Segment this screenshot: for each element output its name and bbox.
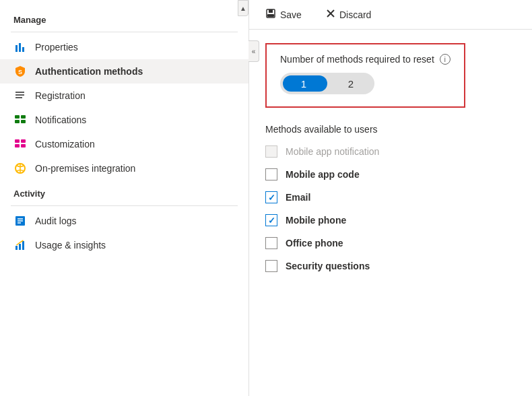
activity-section-header: Activity: [0, 180, 248, 203]
sidebar-item-properties[interactable]: Properties: [0, 35, 248, 59]
sidebar-item-auth-methods[interactable]: S Authentication methods: [0, 59, 248, 84]
method-item-security-questions: Security questions: [265, 260, 516, 272]
sidebar: « ▲ Manage Properties S Authentication m…: [0, 0, 249, 396]
integration-icon: [13, 162, 27, 175]
toggle-option-2[interactable]: 2: [327, 78, 374, 90]
sidebar-item-label: Notifications: [35, 114, 86, 125]
reset-title: Number of methods required to reset i: [280, 54, 451, 65]
svg-rect-9: [15, 97, 17, 98]
method-item-mobile-app-notification: Mobile app notification: [265, 145, 516, 158]
list-icon: [13, 89, 27, 102]
sidebar-item-label: Audit logs: [35, 216, 76, 226]
sidebar-item-audit-logs[interactable]: Audit logs: [0, 209, 248, 233]
method-item-mobile-app-code: Mobile app code: [265, 168, 516, 180]
method-item-mobile-phone: Mobile phone: [265, 214, 516, 226]
mobile-phone-checkbox[interactable]: [265, 214, 277, 226]
email-label: Email: [286, 192, 310, 203]
svg-rect-29: [267, 14, 274, 17]
sidebar-item-label: Usage & insights: [35, 240, 106, 251]
content-area: Number of methods required to reset i 1 …: [249, 30, 532, 396]
email-checkbox[interactable]: [265, 191, 277, 203]
toolbar: Save Discard: [249, 0, 532, 30]
methods-section: Methods available to users Mobile app no…: [265, 124, 516, 272]
mobile-app-code-checkbox[interactable]: [265, 168, 277, 180]
svg-rect-1: [19, 43, 21, 52]
discard-icon: [326, 9, 335, 20]
mobile-app-notification-checkbox[interactable]: [265, 145, 277, 158]
mobile-phone-label: Mobile phone: [286, 215, 346, 226]
security-questions-checkbox[interactable]: [265, 260, 277, 272]
info-icon[interactable]: i: [440, 54, 451, 65]
sidebar-item-label: On-premises integration: [35, 163, 135, 174]
svg-rect-16: [21, 139, 26, 143]
sidebar-item-registration[interactable]: Registration: [0, 84, 248, 108]
security-questions-label: Security questions: [286, 261, 370, 271]
office-phone-label: Office phone: [286, 238, 343, 249]
svg-rect-26: [22, 241, 24, 250]
svg-text:S: S: [18, 69, 22, 75]
method-item-email: Email: [265, 191, 516, 203]
audit-icon: [13, 214, 27, 228]
mobile-app-code-label: Mobile app code: [286, 169, 360, 180]
collapse-sidebar-button[interactable]: «: [248, 40, 259, 62]
sidebar-item-notifications[interactable]: Notifications: [0, 108, 248, 132]
svg-rect-12: [21, 115, 26, 119]
reset-title-text: Number of methods required to reset: [280, 54, 434, 65]
manage-divider: [11, 32, 238, 32]
activity-divider: [11, 205, 238, 206]
svg-rect-25: [19, 244, 21, 250]
manage-section-header: Manage: [0, 7, 248, 29]
sidebar-item-label: Authentication methods: [35, 66, 143, 77]
method-item-office-phone: Office phone: [265, 237, 516, 249]
toggle-option-1[interactable]: 1: [280, 78, 327, 90]
svg-rect-0: [15, 45, 18, 52]
methods-title: Methods available to users: [265, 124, 516, 135]
svg-rect-2: [22, 47, 24, 52]
notification-icon: [13, 113, 27, 127]
svg-rect-10: [15, 115, 20, 119]
svg-rect-17: [21, 144, 26, 147]
scroll-up-button[interactable]: ▲: [238, 0, 248, 16]
shield-icon: S: [13, 65, 27, 78]
svg-rect-8: [15, 94, 17, 96]
save-button[interactable]: Save: [260, 5, 307, 24]
svg-rect-13: [21, 120, 26, 123]
svg-rect-11: [15, 120, 20, 123]
office-phone-checkbox[interactable]: [265, 237, 277, 249]
svg-rect-24: [15, 246, 18, 250]
method-count-toggle[interactable]: 1 2: [280, 73, 374, 94]
insights-icon: [13, 238, 27, 252]
sidebar-item-customization[interactable]: Customization: [0, 132, 248, 156]
sidebar-item-label: Registration: [35, 90, 86, 101]
customization-icon: [13, 137, 27, 151]
svg-rect-28: [269, 9, 273, 13]
svg-rect-7: [15, 92, 17, 93]
bar-chart-icon: [13, 40, 27, 54]
discard-button[interactable]: Discard: [321, 6, 376, 23]
sidebar-item-label: Customization: [35, 139, 95, 150]
svg-rect-15: [15, 144, 20, 147]
sidebar-item-on-premises[interactable]: On-premises integration: [0, 156, 248, 180]
svg-rect-14: [15, 139, 20, 143]
sidebar-item-label: Properties: [35, 42, 78, 53]
save-label: Save: [280, 9, 302, 20]
discard-label: Discard: [339, 9, 371, 20]
save-icon: [265, 8, 276, 21]
reset-methods-box: Number of methods required to reset i 1 …: [265, 43, 465, 108]
main-content: Save Discard Number of methods required …: [249, 0, 532, 396]
sidebar-item-usage-insights[interactable]: Usage & insights: [0, 233, 248, 257]
mobile-app-notification-label: Mobile app notification: [286, 146, 379, 157]
